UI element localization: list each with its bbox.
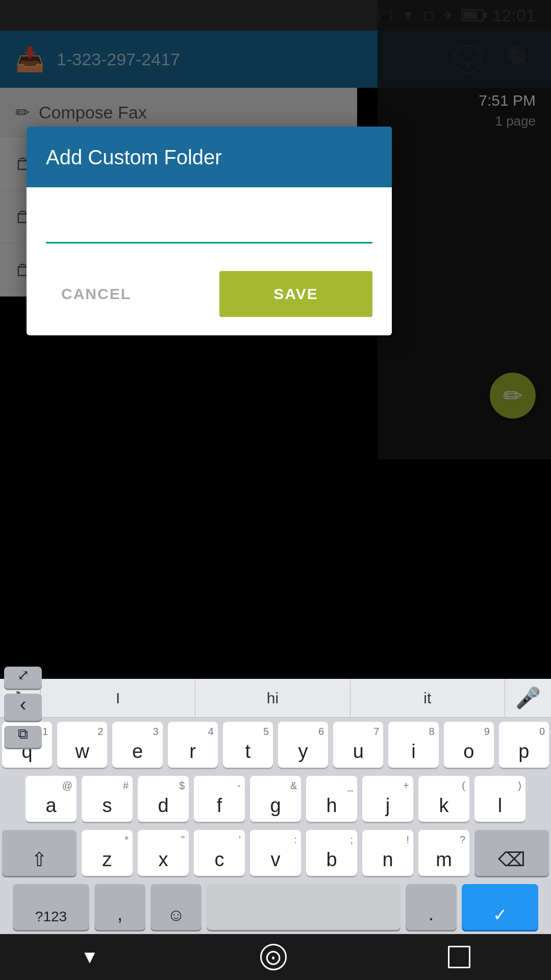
clipboard-key[interactable]: ⧉ (4, 726, 42, 748)
save-button[interactable]: SAVE (219, 271, 372, 317)
dialog-title: Add Custom Folder (46, 146, 222, 168)
enter-key[interactable]: ✓ (462, 884, 538, 930)
keyboard-row-3: ⇧ *z "x 'c :v ;b !n ?m ⌫ (0, 826, 551, 880)
key-c[interactable]: 'c (194, 830, 245, 876)
key-d[interactable]: $d (138, 776, 189, 822)
suggestion-item[interactable]: it (350, 679, 505, 717)
key-t[interactable]: 5t (223, 722, 273, 768)
key-j[interactable]: +j (362, 776, 413, 822)
comma-key[interactable]: , (94, 884, 145, 930)
keyboard-row-4: ?123 , ☺ . ✓ (0, 880, 551, 934)
dialog-body (27, 187, 392, 259)
suggestion-item[interactable]: hi (195, 679, 350, 717)
add-custom-folder-dialog: Add Custom Folder CANCEL SAVE (27, 127, 392, 335)
key-v[interactable]: :v (250, 830, 301, 876)
key-g[interactable]: &g (250, 776, 301, 822)
key-i[interactable]: 8i (388, 722, 438, 768)
left-sidebar-keys: ⤢ ‹ ⧉ (0, 662, 46, 753)
key-n[interactable]: !n (362, 830, 413, 876)
keyboard: ❯ I hi it 🎤 1q 2w 3e 4r 5t 6y 7u 8i 9o 0… (0, 679, 551, 934)
shift-key[interactable]: ⇧ (2, 830, 77, 876)
key-h[interactable]: _h (306, 776, 357, 822)
key-u[interactable]: 7u (333, 722, 383, 768)
key-w[interactable]: 2w (57, 722, 107, 768)
microphone-button[interactable]: 🎤 (505, 679, 551, 717)
keyboard-suggestions-row: ❯ I hi it 🎤 (0, 679, 551, 718)
keyboard-row-2: @a #s $d -f &g _h +j (k )l (0, 772, 551, 826)
home-nav-button[interactable]: ⊙ (260, 944, 287, 970)
expand-key[interactable]: ⤢ (4, 667, 42, 689)
key-x[interactable]: "x (138, 830, 189, 876)
key-f[interactable]: -f (194, 776, 245, 822)
key-m[interactable]: ?m (418, 830, 469, 876)
cancel-button[interactable]: CANCEL (46, 275, 146, 313)
recents-icon (448, 946, 470, 968)
home-icon: ⊙ (260, 944, 287, 970)
back-icon: ▼ (81, 946, 99, 968)
key-e[interactable]: 3e (112, 722, 162, 768)
dialog-actions: CANCEL SAVE (27, 259, 392, 335)
mic-icon: 🎤 (515, 686, 541, 710)
symbols-key[interactable]: ?123 (13, 884, 89, 930)
key-a[interactable]: @a (26, 776, 77, 822)
key-y[interactable]: 6y (278, 722, 328, 768)
key-r[interactable]: 4r (168, 722, 218, 768)
key-p[interactable]: 0p (499, 722, 549, 768)
nav-bar: ▼ ⊙ (0, 934, 551, 980)
dialog-header: Add Custom Folder (27, 127, 392, 187)
emoji-key[interactable]: ☺ (151, 884, 202, 930)
suggestion-item[interactable]: I (41, 679, 195, 717)
key-o[interactable]: 9o (444, 722, 494, 768)
backspace-key[interactable]: ⌫ (474, 830, 549, 876)
key-l[interactable]: )l (474, 776, 525, 822)
recents-nav-button[interactable] (448, 946, 470, 968)
folder-name-input[interactable] (46, 208, 372, 243)
space-key[interactable] (207, 884, 400, 930)
back-key[interactable]: ‹ (4, 694, 42, 721)
period-key[interactable]: . (406, 884, 457, 930)
keyboard-row-1: 1q 2w 3e 4r 5t 6y 7u 8i 9o 0p (0, 718, 551, 772)
back-nav-button[interactable]: ▼ (81, 946, 99, 968)
key-s[interactable]: #s (82, 776, 133, 822)
key-b[interactable]: ;b (306, 830, 357, 876)
key-k[interactable]: (k (418, 776, 469, 822)
key-z[interactable]: *z (82, 830, 133, 876)
